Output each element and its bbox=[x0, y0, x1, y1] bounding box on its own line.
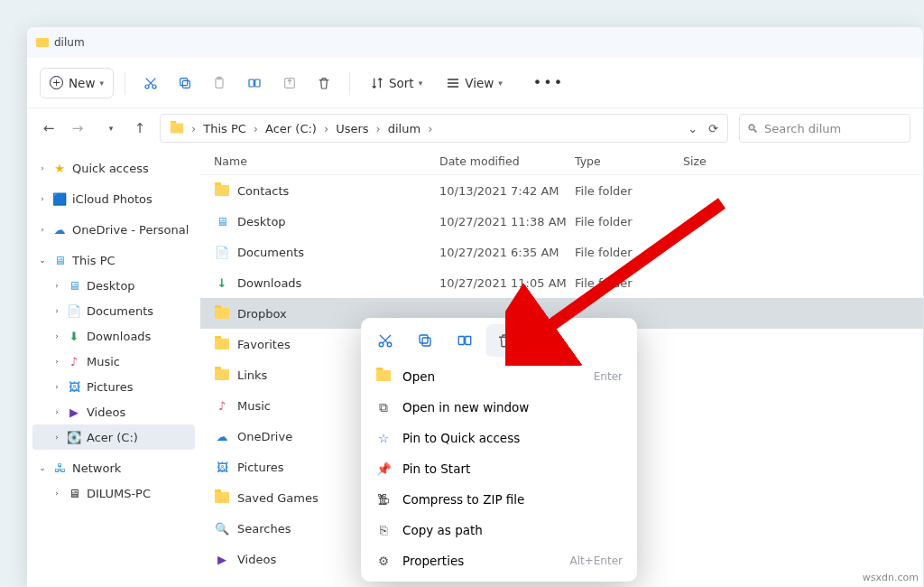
row-name: OneDrive bbox=[237, 430, 292, 443]
network-icon: 🖧 bbox=[52, 461, 67, 474]
music-icon: ♪ bbox=[67, 355, 81, 368]
row-icon: 🔍 bbox=[214, 520, 230, 536]
refresh-icon[interactable]: ⟳ bbox=[708, 122, 718, 135]
sidebar-pictures[interactable]: ›🖼Pictures bbox=[32, 374, 195, 399]
row-date: 10/27/2021 6:35 AM bbox=[439, 246, 575, 259]
ctx-rename-icon[interactable] bbox=[447, 324, 483, 357]
file-row[interactable]: 🖥Desktop10/27/2021 11:38 AMFile folder bbox=[200, 206, 923, 237]
sidebar-acer[interactable]: ›💽Acer (C:) bbox=[32, 424, 195, 450]
separator bbox=[349, 71, 350, 95]
col-size[interactable]: Size bbox=[683, 154, 923, 168]
sort-button[interactable]: Sort ▾ bbox=[361, 68, 431, 98]
ctx-delete-icon[interactable] bbox=[486, 324, 522, 357]
row-icon: ♪ bbox=[214, 397, 230, 414]
bc-expand-icon[interactable]: ⌄ bbox=[688, 122, 698, 135]
row-icon bbox=[214, 367, 230, 383]
rename-button[interactable] bbox=[239, 68, 270, 98]
star-icon: ☆ bbox=[375, 431, 392, 445]
ctx-properties[interactable]: ⚙PropertiesAlt+Enter bbox=[366, 545, 632, 576]
titlebar[interactable]: dilum bbox=[27, 27, 923, 58]
col-name[interactable]: Name bbox=[200, 154, 439, 168]
ctx-zip[interactable]: 🗜Compress to ZIP file bbox=[366, 484, 632, 515]
sidebar-desktop[interactable]: ›🖥Desktop bbox=[32, 273, 195, 298]
cloud-icon: ☁ bbox=[52, 223, 67, 236]
share-button[interactable] bbox=[275, 68, 304, 98]
sidebar-network[interactable]: ⌄🖧Network bbox=[32, 455, 195, 480]
desktop-icon: 🖥 bbox=[67, 279, 81, 292]
file-row[interactable]: 📄Documents10/27/2021 6:35 AMFile folder bbox=[200, 237, 923, 267]
new-button[interactable]: + New ▾ bbox=[40, 68, 114, 98]
ctx-cut-icon[interactable] bbox=[367, 324, 403, 357]
bc-thispc[interactable]: This PC bbox=[203, 122, 246, 135]
up-button[interactable]: ↑ bbox=[131, 120, 149, 136]
col-type[interactable]: Type bbox=[575, 154, 683, 168]
sidebar-videos[interactable]: ›▶Videos bbox=[32, 399, 195, 424]
forward-button[interactable]: → bbox=[69, 120, 87, 136]
sidebar-onedrive[interactable]: ›☁OneDrive - Personal bbox=[32, 217, 195, 242]
delete-button[interactable] bbox=[310, 68, 338, 98]
row-name: Documents bbox=[237, 246, 304, 259]
copy-path-icon: ⎘ bbox=[375, 523, 392, 537]
folder-icon bbox=[375, 369, 392, 384]
row-type: File folder bbox=[575, 215, 683, 228]
breadcrumb[interactable]: This PC Acer (C:) Users dilum ⌄⟳ bbox=[160, 114, 728, 143]
svg-rect-2 bbox=[182, 80, 189, 88]
plus-icon: + bbox=[50, 76, 63, 89]
sidebar-downloads[interactable]: ›⬇Downloads bbox=[32, 323, 195, 349]
sidebar-thispc[interactable]: ⌄🖥This PC bbox=[32, 247, 195, 273]
bc-users[interactable]: Users bbox=[336, 122, 368, 135]
row-name: Links bbox=[237, 368, 267, 382]
row-type: File folder bbox=[575, 276, 683, 290]
search-icon: 🔍︎ bbox=[747, 122, 759, 135]
ctx-new-window[interactable]: ⧉Open in new window bbox=[366, 392, 632, 423]
copy-button[interactable] bbox=[171, 68, 199, 98]
svg-point-0 bbox=[145, 85, 149, 89]
properties-icon: ⚙ bbox=[375, 554, 392, 568]
svg-rect-13 bbox=[458, 337, 464, 345]
icloud-icon: 🟦 bbox=[52, 192, 67, 205]
file-row[interactable]: Contacts10/13/2021 7:42 AMFile folder bbox=[200, 175, 923, 206]
row-date: 10/13/2021 7:42 AM bbox=[439, 184, 575, 198]
row-icon: 🖼 bbox=[214, 459, 230, 475]
ctx-pin-quick[interactable]: ☆Pin to Quick access bbox=[366, 423, 632, 453]
open-window-icon: ⧉ bbox=[375, 400, 392, 415]
more-button[interactable]: ••• bbox=[526, 68, 571, 98]
row-icon: ☁ bbox=[214, 428, 230, 444]
search-placeholder: Search dilum bbox=[764, 122, 841, 135]
row-type: File folder bbox=[575, 246, 683, 259]
search-input[interactable]: 🔍︎ Search dilum bbox=[739, 114, 910, 143]
recent-chevron[interactable]: ▾ bbox=[102, 124, 120, 133]
ctx-pin-start[interactable]: 📌Pin to Start bbox=[366, 453, 632, 484]
svg-point-9 bbox=[379, 342, 383, 347]
sidebar-documents[interactable]: ›📄Documents bbox=[32, 298, 195, 323]
bc-acer[interactable]: Acer (C:) bbox=[265, 122, 317, 135]
sidebar-icloud[interactable]: ›🟦iCloud Photos bbox=[32, 186, 195, 211]
sidebar-dilums-pc[interactable]: ›🖥DILUMS-PC bbox=[32, 480, 195, 506]
row-name: Favorites bbox=[237, 338, 291, 351]
row-name: Music bbox=[237, 399, 271, 413]
col-date[interactable]: Date modified bbox=[439, 154, 575, 168]
chevron-down-icon: ▾ bbox=[419, 79, 423, 88]
column-headers[interactable]: Name Date modified Type Size bbox=[200, 148, 923, 175]
bc-dilum[interactable]: dilum bbox=[388, 122, 420, 135]
new-label: New bbox=[69, 76, 95, 90]
row-name: Saved Games bbox=[237, 491, 319, 505]
chevron-down-icon: ▾ bbox=[99, 79, 104, 88]
cut-button[interactable] bbox=[136, 68, 165, 98]
sidebar-music[interactable]: ›♪Music bbox=[32, 349, 195, 374]
paste-button[interactable] bbox=[205, 68, 234, 98]
watermark: wsxdn.com bbox=[863, 572, 919, 583]
row-date: 10/27/2021 11:05 AM bbox=[439, 276, 575, 290]
document-icon: 📄 bbox=[67, 304, 81, 317]
ctx-copy-icon[interactable] bbox=[407, 324, 443, 357]
view-button[interactable]: View ▾ bbox=[437, 68, 512, 98]
file-row[interactable]: ↓Downloads10/27/2021 11:05 AMFile folder bbox=[200, 267, 923, 298]
ctx-copy-path[interactable]: ⎘Copy as path bbox=[366, 515, 632, 545]
back-button[interactable]: ← bbox=[40, 120, 58, 136]
address-bar: ← → ▾ ↑ This PC Acer (C:) Users dilum ⌄⟳… bbox=[27, 108, 923, 148]
folder-icon bbox=[171, 124, 183, 134]
ctx-open[interactable]: OpenEnter bbox=[366, 361, 632, 392]
row-date: 10/27/2021 11:38 AM bbox=[439, 215, 575, 228]
zip-icon: 🗜 bbox=[375, 492, 392, 507]
sidebar-quick-access[interactable]: ›★Quick access bbox=[32, 155, 195, 181]
